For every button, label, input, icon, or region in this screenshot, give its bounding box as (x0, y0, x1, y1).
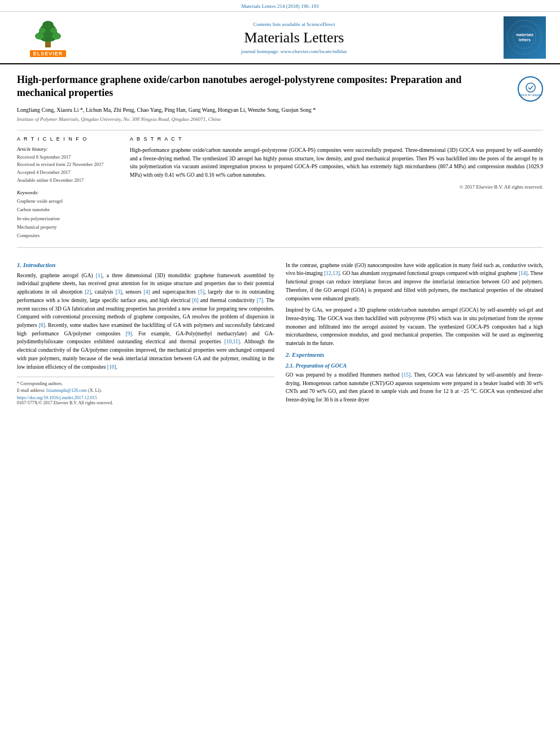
ref-1[interactable]: [1] (96, 273, 102, 278)
check-updates-circle[interactable]: Check for updates (518, 76, 543, 102)
svg-point-4 (35, 33, 44, 40)
available-date: Available online 6 December 2017 (17, 177, 119, 185)
ref-2[interactable]: [2] (85, 289, 91, 295)
check-updates-badge: Check for updates (518, 76, 543, 102)
article-info-abstract: A R T I C L E I N F O Article history: R… (17, 136, 543, 248)
journal-ref-text: Materials Letters 214 (2018) 190–193 (242, 3, 319, 9)
article-title-text: High-performance graphene oxide/carbon n… (17, 73, 512, 124)
doi-link[interactable]: https://doi.org/10.1016/j.matlet.2017.12… (17, 395, 274, 400)
elsevier-logo: ELSEVIER (11, 18, 85, 57)
abstract-column: A B S T R A C T High-performance graphen… (130, 136, 543, 241)
ref-6[interactable]: [6] (193, 298, 199, 303)
elsevier-tree-icon (25, 18, 71, 49)
sciencedirect-text[interactable]: ScienceDirect (307, 21, 335, 27)
email-person: (X. Li). (88, 388, 102, 393)
keywords-label: Keywords: (17, 190, 119, 195)
introduction-title: 1. Introduction (17, 261, 274, 268)
article-title-section: High-performance graphene oxide/carbon n… (17, 73, 543, 130)
ref-15[interactable]: [15] (401, 372, 410, 378)
keyword-1: Graphene oxide aerogel (17, 197, 119, 206)
article-history-block: Article history: Received 8 September 20… (17, 146, 119, 184)
preparation-goca-title: 2.1. Preparation of GOCA (286, 362, 543, 369)
materials-letters-badge: materialsletters (504, 16, 546, 59)
article-title: High-performance graphene oxide/carbon n… (17, 73, 512, 100)
abstract-label: A B S T R A C T (130, 136, 543, 142)
authors: Longliang Cong, Xiaoru Li *, Lichun Ma, … (17, 106, 512, 114)
ref-3[interactable]: [3] (116, 289, 122, 295)
keyword-5: Composites (17, 231, 119, 240)
ref-7[interactable]: [7] (257, 298, 263, 303)
svg-point-6 (39, 28, 46, 33)
issn-line: 0167-577X/© 2017 Elsevier B.V. All right… (17, 400, 274, 405)
intro-para-1: Recently, graphene aerogel (GA) [1], a t… (17, 272, 274, 372)
affiliation: Institute of Polymer Materials, Qingdao … (17, 116, 512, 122)
check-updates-label: Check for updates (519, 93, 542, 97)
journal-header: ELSEVIER Contents lists available at Sci… (0, 12, 560, 64)
abstract-text: High-performance graphene oxide/carbon n… (130, 146, 543, 180)
keyword-2: Carbon nanotube (17, 206, 119, 214)
authors-text: Longliang Cong, Xiaoru Li *, Lichun Ma, … (17, 107, 316, 113)
accepted-date: Accepted 4 December 2017 (17, 169, 119, 177)
email-note: E-mail address: lixianruqdu@126.com (X. … (17, 387, 274, 394)
body-left-column: 1. Introduction Recently, graphene aerog… (17, 261, 274, 408)
svg-point-3 (42, 21, 54, 29)
svg-point-10 (526, 83, 535, 92)
ref-4[interactable]: [4] (144, 289, 150, 295)
received-date: Received 8 September 2017 (17, 154, 119, 161)
body-right-column: In the contrast, graphene oxide (GO) nan… (286, 261, 543, 408)
elsevier-branding: ELSEVIER (11, 18, 85, 57)
journal-header-center: Contents lists available at ScienceDirec… (85, 21, 504, 54)
ref-10b[interactable]: [10] (107, 364, 116, 370)
ref-5[interactable]: [5] (198, 289, 204, 295)
ref-10-11[interactable]: [10,11] (224, 339, 239, 344)
sciencedirect-link: Contents lists available at ScienceDirec… (85, 21, 504, 27)
intro-para-2: In the contrast, graphene oxide (GO) nan… (286, 261, 543, 303)
ref-8[interactable]: [8] (38, 322, 45, 328)
intro-para-3: Inspired by GAs, we prepared a 3D graphe… (286, 306, 543, 348)
ref-12-13[interactable]: [12,13] (324, 270, 340, 276)
history-label: Article history: (17, 146, 119, 152)
journal-badge: materialsletters (504, 16, 549, 59)
article-info-column: A R T I C L E I N F O Article history: R… (17, 136, 119, 241)
page: Materials Letters 214 (2018) 190–193 (0, 0, 560, 747)
ref-9[interactable]: [9] (126, 331, 132, 337)
article-info-label: A R T I C L E I N F O (17, 136, 119, 142)
elsevier-text: ELSEVIER (30, 50, 67, 57)
keyword-4: Mechanical property (17, 223, 119, 231)
copyright: © 2017 Elsevier B.V. All rights reserved… (130, 184, 543, 190)
email-link[interactable]: lixianruqdu@126.com (46, 388, 87, 393)
experiments-title: 2. Experiments (286, 351, 543, 358)
body-content: 1. Introduction Recently, graphene aerog… (0, 261, 560, 408)
received-revised-date: Received in revised form 22 November 201… (17, 161, 119, 169)
email-label: E-mail address: (17, 388, 45, 393)
keywords-block: Keywords: Graphene oxide aerogel Carbon … (17, 190, 119, 240)
ref-14[interactable]: [14] (519, 270, 528, 276)
journal-reference-bar: Materials Letters 214 (2018) 190–193 (0, 0, 560, 12)
svg-point-7 (50, 28, 57, 33)
article-content: High-performance graphene oxide/carbon n… (0, 64, 560, 261)
goca-para-1: GO was prepared by a modified Hummers me… (286, 371, 543, 404)
check-updates-icon (525, 82, 536, 93)
badge-text: materialsletters (515, 32, 535, 43)
corresponding-note: * Corresponding authors. (17, 381, 274, 387)
journal-title: Materials Letters (85, 29, 504, 46)
keyword-3: In-situ polymerization (17, 215, 119, 223)
footnote-section: * Corresponding authors. E-mail address:… (17, 377, 274, 405)
svg-point-5 (52, 33, 61, 40)
journal-homepage[interactable]: journal homepage: www.elsevier.com/locat… (85, 49, 504, 54)
